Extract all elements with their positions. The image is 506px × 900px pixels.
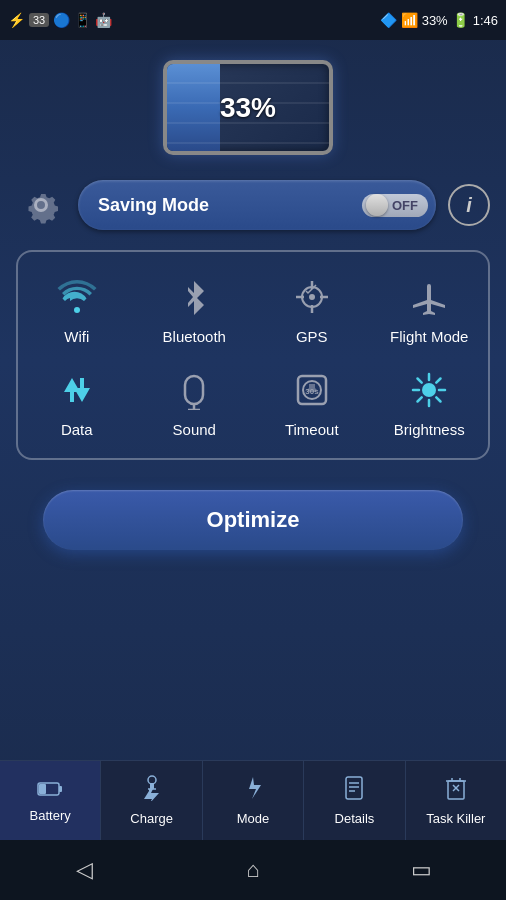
nav-task-killer[interactable]: Task Killer [406,761,506,840]
system-bar: ◁ ⌂ ▭ [0,840,506,900]
brightness-item[interactable]: Brightness [379,365,479,438]
bluetooth-label: Bluetooth [163,328,226,345]
nav-details-label: Details [335,811,375,826]
back-button[interactable]: ◁ [59,845,109,895]
gps-label: GPS [296,328,328,345]
data-label: Data [61,421,93,438]
brightness-icon [404,365,454,415]
bluetooth-status-icon: 🔷 [380,12,397,28]
svg-line-21 [418,397,422,401]
svg-point-6 [310,295,314,299]
saving-mode-label: Saving Mode [98,195,209,216]
toggle-knob [366,194,388,216]
nav-details-icon [343,775,365,807]
optimize-label: Optimize [207,507,300,533]
svg-point-25 [148,776,156,784]
info-button[interactable]: i [448,184,490,226]
nav-charge[interactable]: Charge [101,761,202,840]
app-icon-1: 🔵 [53,12,70,28]
battery-percent-status: 33% [422,13,448,28]
settings-button[interactable] [16,180,66,230]
saving-mode-button[interactable]: Saving Mode OFF [78,180,436,230]
recent-apps-button[interactable]: ▭ [397,845,447,895]
nav-task-killer-label: Task Killer [426,811,485,826]
status-right: 🔷 📶 33% 🔋 1:46 [380,12,498,28]
wifi-label: Wifi [64,328,89,345]
svg-line-19 [437,397,441,401]
android-icon: 🤖 [95,12,112,28]
wifi-item[interactable]: Wifi [27,272,127,345]
gps-item[interactable]: GPS [262,272,362,345]
sound-icon [169,365,219,415]
toggle-switch[interactable]: OFF [362,194,428,217]
wifi-icon [52,272,102,322]
grid-row-2: Data Sound 3 [18,355,488,448]
nav-charge-icon [141,775,163,807]
gear-icon [21,185,61,225]
signal-icon: 📶 [401,12,418,28]
nav-charge-label: Charge [130,811,173,826]
flight-mode-label: Flight Mode [390,328,468,345]
svg-rect-7 [185,376,203,404]
flight-mode-icon [404,272,454,322]
home-button[interactable]: ⌂ [228,845,278,895]
nav-battery-icon [37,778,63,804]
svg-line-18 [418,379,422,383]
bluetooth-item[interactable]: Bluetooth [144,272,244,345]
timeout-item[interactable]: 30s Timeout [262,365,362,438]
flight-mode-item[interactable]: Flight Mode [379,272,479,345]
bottom-navigation: Battery Charge Mode [0,760,506,840]
svg-text:30s: 30s [305,387,319,396]
gps-icon [287,272,337,322]
battery-body: 33% [163,60,333,155]
time-display: 1:46 [473,13,498,28]
battery-percent-label: 33% [220,92,276,124]
features-grid: Wifi Bluetooth [16,250,490,460]
brightness-label: Brightness [394,421,465,438]
nav-mode-icon [242,775,264,807]
recent-apps-icon: ▭ [411,857,432,883]
nav-task-killer-icon [445,775,467,807]
svg-line-20 [437,379,441,383]
svg-rect-24 [39,784,46,794]
data-icon [52,365,102,415]
bluetooth-icon [169,272,219,322]
phone-icon: 📱 [74,12,91,28]
svg-rect-26 [150,783,154,789]
battery-charging-icon: 🔋 [452,12,469,28]
timeout-icon: 30s [287,365,337,415]
nav-battery[interactable]: Battery [0,761,101,840]
usb-icon: ⚡ [8,12,25,28]
nav-battery-label: Battery [30,808,71,823]
home-icon: ⌂ [246,857,259,883]
svg-rect-32 [448,781,464,799]
grid-row-1: Wifi Bluetooth [18,262,488,355]
info-icon: i [466,194,472,217]
status-badge-33: 33 [29,13,49,27]
nav-mode[interactable]: Mode [203,761,304,840]
svg-rect-23 [59,786,62,792]
status-bar: ⚡ 33 🔵 📱 🤖 🔷 📶 33% 🔋 1:46 [0,0,506,40]
timeout-label: Timeout [285,421,339,438]
back-icon: ◁ [76,857,93,883]
sound-item[interactable]: Sound [144,365,244,438]
status-left: ⚡ 33 🔵 📱 🤖 [8,12,112,28]
saving-mode-row: Saving Mode OFF i [16,180,490,230]
toggle-state-label: OFF [392,198,418,213]
svg-rect-28 [346,777,362,799]
nav-details[interactable]: Details [304,761,405,840]
sound-label: Sound [173,421,216,438]
optimize-button[interactable]: Optimize [43,490,463,550]
main-content: 33% Saving Mode OFF i [0,40,506,550]
battery-display: 33% [163,60,343,160]
svg-point-13 [422,383,436,397]
nav-mode-label: Mode [237,811,270,826]
data-item[interactable]: Data [27,365,127,438]
